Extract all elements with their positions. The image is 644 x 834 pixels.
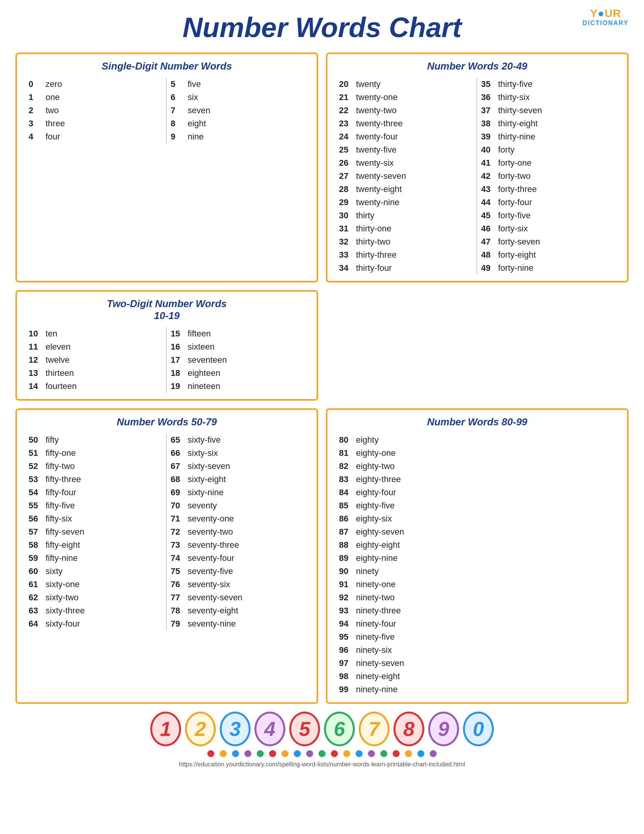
words-20-49-box: Number Words 20-49 20twenty21twenty-one2…: [326, 53, 629, 282]
word: forty-four: [498, 197, 532, 207]
word: thirty-two: [356, 237, 390, 247]
dot: [306, 750, 313, 757]
words-20-49-left-col: 20twenty21twenty-one22twenty-two23twenty…: [335, 78, 477, 275]
number: 54: [29, 487, 41, 498]
list-item: 93ninety-three: [339, 604, 615, 617]
number: 3: [29, 119, 41, 129]
number: 26: [339, 158, 351, 168]
dot: [207, 750, 214, 757]
list-item: 73seventy-three: [171, 538, 305, 552]
single-digit-right-col: 5five6six7seven8eight9nine: [167, 78, 309, 143]
number: 53: [29, 474, 41, 484]
list-item: 71seventy-one: [171, 512, 305, 525]
number: 60: [29, 566, 41, 576]
word: twenty-five: [356, 145, 397, 155]
list-item: 21twenty-one: [339, 91, 473, 104]
word: ten: [46, 329, 58, 339]
list-item: 50fifty: [29, 433, 162, 447]
number: 71: [171, 514, 183, 524]
list-item: 98ninety-eight: [339, 670, 615, 683]
number: 48: [481, 250, 493, 260]
list-item: 19nineteen: [171, 380, 305, 393]
number: 74: [171, 553, 183, 563]
number: 69: [171, 487, 183, 498]
number: 67: [171, 461, 183, 471]
word: thirty-four: [356, 263, 392, 273]
word: forty-eight: [498, 250, 536, 260]
list-item: 64sixty-four: [29, 617, 162, 630]
list-item: 24twenty-four: [339, 130, 473, 143]
word: ninety-five: [356, 632, 395, 642]
list-item: 29twenty-nine: [339, 196, 473, 209]
list-item: 34thirty-four: [339, 262, 473, 275]
list-item: 8eight: [171, 117, 305, 130]
word: eighty-eight: [356, 540, 400, 550]
list-item: 4four: [29, 130, 162, 143]
word: three: [46, 119, 65, 129]
words-20-49-right-col: 35thirty-five36thirty-six37thirty-seven3…: [477, 78, 619, 275]
number: 87: [339, 527, 351, 537]
number: 99: [339, 685, 351, 695]
number: 83: [339, 474, 351, 484]
number: 64: [29, 619, 41, 629]
word: forty: [498, 145, 515, 155]
number: 86: [339, 514, 351, 524]
number: 76: [171, 579, 183, 589]
dot: [331, 750, 338, 757]
list-item: 86eighty-six: [339, 512, 615, 525]
dot: [417, 750, 424, 757]
number: 7: [171, 105, 183, 116]
list-item: 49forty-nine: [481, 262, 615, 275]
dot: [244, 750, 251, 757]
word: seventy-four: [188, 553, 234, 563]
list-item: 77seventy-seven: [171, 591, 305, 604]
word: seventy-six: [188, 579, 230, 589]
word: thirty-five: [498, 79, 532, 89]
word: sixty-two: [46, 593, 79, 603]
dot: [368, 750, 375, 757]
number: 91: [339, 579, 351, 589]
list-item: 75seventy-five: [171, 565, 305, 578]
dots-row: [15, 750, 629, 757]
number: 94: [339, 619, 351, 629]
list-item: 40forty: [481, 143, 615, 156]
list-item: 60sixty: [29, 565, 162, 578]
word: forty-six: [498, 224, 528, 234]
word: twenty-eight: [356, 184, 402, 194]
list-item: 52fifty-two: [29, 460, 162, 473]
list-item: 51fifty-one: [29, 447, 162, 460]
list-item: 78seventy-eight: [171, 604, 305, 617]
list-item: 57fifty-seven: [29, 525, 162, 538]
word: forty-two: [498, 171, 530, 181]
number: 17: [171, 355, 183, 365]
list-item: 45forty-five: [481, 209, 615, 222]
number: 37: [481, 105, 493, 116]
list-item: 32thirty-two: [339, 235, 473, 248]
list-item: 61sixty-one: [29, 578, 162, 591]
words-20-49-title: Number Words 20-49: [335, 60, 619, 72]
word: fifty-six: [46, 514, 72, 524]
list-item: 96ninety-six: [339, 644, 615, 657]
single-digit-title: Single-Digit Number Words: [25, 60, 309, 72]
word: fifty-seven: [46, 527, 84, 537]
number: 10: [29, 329, 41, 339]
word: eighty-one: [356, 448, 396, 458]
list-item: 22twenty-two: [339, 104, 473, 117]
list-item: 28twenty-eight: [339, 183, 473, 196]
number: 8: [171, 119, 183, 129]
number: 21: [339, 92, 351, 102]
number: 13: [29, 368, 41, 378]
words-80-99-col: 80eighty81eighty-one82eighty-two83eighty…: [335, 433, 619, 696]
dot: [430, 750, 437, 757]
dot: [294, 750, 301, 757]
list-item: 0zero: [29, 78, 162, 91]
list-item: 2two: [29, 104, 162, 117]
word: sixty: [46, 566, 63, 576]
page-title: Number Words Chart: [15, 12, 629, 43]
word: nineteen: [188, 381, 220, 391]
list-item: 79seventy-nine: [171, 617, 305, 630]
number: 52: [29, 461, 41, 471]
number: 20: [339, 79, 351, 89]
list-item: 95ninety-five: [339, 630, 615, 644]
word: twenty-six: [356, 158, 394, 168]
